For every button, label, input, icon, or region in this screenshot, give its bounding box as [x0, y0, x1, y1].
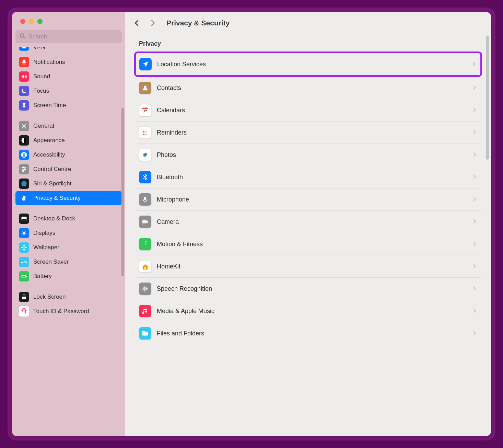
row-label: Files and Folders	[157, 330, 472, 337]
minimize-window-button[interactable]	[29, 19, 34, 24]
privacy-row-speech-recognition[interactable]: Speech Recognition	[136, 278, 481, 300]
fingerprint-icon	[19, 306, 29, 317]
sidebar-item-general[interactable]: General	[15, 119, 122, 133]
sidebar-item-label: VPN	[33, 47, 45, 51]
svg-point-12	[23, 170, 24, 171]
row-label: Location Services	[157, 61, 471, 68]
svg-point-34	[144, 86, 146, 88]
svg-point-27	[23, 249, 25, 251]
calendar-icon: 17	[139, 104, 151, 116]
sidebar-item-focus[interactable]: Focus	[15, 84, 122, 98]
search-icon	[20, 33, 26, 41]
sidebar-item-desktop-dock[interactable]: Desktop & Dock	[15, 211, 122, 226]
chevron-right-icon	[472, 284, 477, 293]
reminders-icon	[139, 126, 151, 139]
chevron-right-icon	[472, 307, 477, 315]
back-button[interactable]	[132, 18, 142, 28]
svg-point-6	[23, 153, 24, 154]
sidebar-item-displays[interactable]: Displays	[15, 226, 122, 240]
close-window-button[interactable]	[20, 19, 25, 24]
row-label: Speech Recognition	[157, 285, 472, 292]
sidebar-item-siri-spotlight[interactable]: Siri & Spotlight	[15, 176, 122, 191]
privacy-row-media-apple-music[interactable]: Media & Apple Music	[136, 300, 481, 322]
sidebar-item-lock-screen[interactable]: Lock Screen	[15, 290, 122, 304]
search-field[interactable]	[15, 30, 122, 43]
bluetooth-icon	[139, 171, 151, 183]
sidebar-item-screen-time[interactable]: Screen Time	[15, 98, 122, 113]
sidebar-item-battery[interactable]: Battery	[15, 269, 122, 284]
row-label: Contacts	[157, 84, 472, 92]
settings-window: VPN NotificationsSoundFocusScreen Time G…	[12, 12, 491, 436]
search-input[interactable]	[28, 33, 118, 40]
sidebar-item-control-centre[interactable]: Control Centre	[15, 162, 122, 176]
privacy-row-microphone[interactable]: Microphone	[136, 188, 481, 211]
svg-rect-33	[22, 297, 26, 299]
sidebar-item-screen-saver[interactable]: Screen Saver	[15, 255, 122, 269]
appearance-icon	[19, 135, 29, 146]
globe-icon	[19, 47, 29, 51]
row-label: Media & Apple Music	[157, 308, 472, 315]
content-body[interactable]: Privacy Location ServicesContacts17Calen…	[125, 34, 491, 436]
sidebar-item-privacy-security[interactable]: Privacy & Security	[15, 191, 122, 205]
chevron-right-icon	[472, 83, 477, 92]
sidebar-item-label: Displays	[33, 230, 55, 237]
window-controls	[12, 12, 125, 29]
content-scrollbar[interactable]	[486, 36, 489, 160]
gear-icon	[19, 121, 29, 131]
svg-point-25	[23, 247, 25, 249]
svg-point-26	[23, 244, 25, 246]
svg-text:17: 17	[143, 110, 147, 113]
fullscreen-window-button[interactable]	[37, 19, 43, 24]
sidebar-item-label: Focus	[33, 88, 49, 94]
sidebar-item-appearance[interactable]: Appearance	[15, 133, 122, 148]
privacy-row-location-services[interactable]: Location Services	[136, 53, 480, 75]
privacy-row-motion-fitness[interactable]: Motion & Fitness	[136, 233, 481, 255]
music-icon	[139, 305, 151, 317]
privacy-row-reminders[interactable]: Reminders	[136, 122, 481, 144]
page-title: Privacy & Security	[166, 19, 230, 27]
svg-point-39	[143, 131, 145, 132]
sidebar-item-label: Control Centre	[33, 166, 71, 173]
section-title-privacy: Privacy	[136, 37, 481, 53]
chevron-right-icon	[472, 173, 477, 182]
chevron-right-icon	[472, 106, 477, 115]
sidebar-item-touch-id-password[interactable]: Touch ID & Password	[15, 304, 122, 319]
chevron-right-icon	[472, 195, 477, 204]
svg-line-21	[22, 231, 22, 231]
privacy-row-camera[interactable]: Camera	[136, 211, 481, 233]
dock-icon	[19, 214, 29, 224]
forward-button[interactable]	[148, 18, 157, 28]
sidebar-item-vpn[interactable]: VPN	[15, 47, 122, 53]
row-label: HomeKit	[157, 263, 472, 270]
svg-point-0	[20, 34, 24, 37]
privacy-row-calendars[interactable]: 17Calendars	[136, 99, 481, 122]
siri-icon	[19, 179, 29, 189]
privacy-row-homekit[interactable]: HomeKit	[136, 255, 481, 278]
wave-icon	[19, 257, 29, 267]
home-icon	[139, 260, 151, 273]
privacy-row-photos[interactable]: Photos	[136, 144, 481, 166]
hourglass-icon	[19, 100, 29, 111]
sidebar-item-wallpaper[interactable]: Wallpaper	[15, 240, 122, 255]
privacy-row-contacts[interactable]: Contacts	[136, 77, 481, 99]
sidebar-item-sound[interactable]: Sound	[15, 69, 122, 84]
lock-icon	[19, 292, 29, 302]
sidebar-item-notifications[interactable]: Notifications	[15, 55, 122, 69]
sidebar-list[interactable]: VPN NotificationsSoundFocusScreen Time G…	[12, 47, 125, 436]
svg-rect-52	[144, 267, 146, 269]
running-icon	[139, 238, 151, 250]
svg-point-28	[21, 247, 23, 248]
sliders-icon	[19, 164, 29, 174]
sidebar-item-label: Battery	[33, 273, 52, 280]
sidebar-item-label: Sound	[33, 73, 50, 80]
battery-icon	[19, 271, 29, 282]
privacy-row-files-and-folders[interactable]: Files and Folders	[136, 322, 481, 344]
sidebar-item-label: Privacy & Security	[33, 195, 81, 202]
chevron-right-icon	[471, 60, 477, 69]
sidebar-item-accessibility[interactable]: Accessibility	[15, 148, 122, 162]
sidebar-scrollbar[interactable]	[121, 108, 124, 276]
privacy-list: Location ServicesContacts17CalendarsRemi…	[136, 51, 481, 344]
chevron-right-icon	[472, 150, 477, 159]
sidebar-item-label: Lock Screen	[33, 294, 66, 300]
privacy-row-bluetooth[interactable]: Bluetooth	[136, 166, 481, 188]
